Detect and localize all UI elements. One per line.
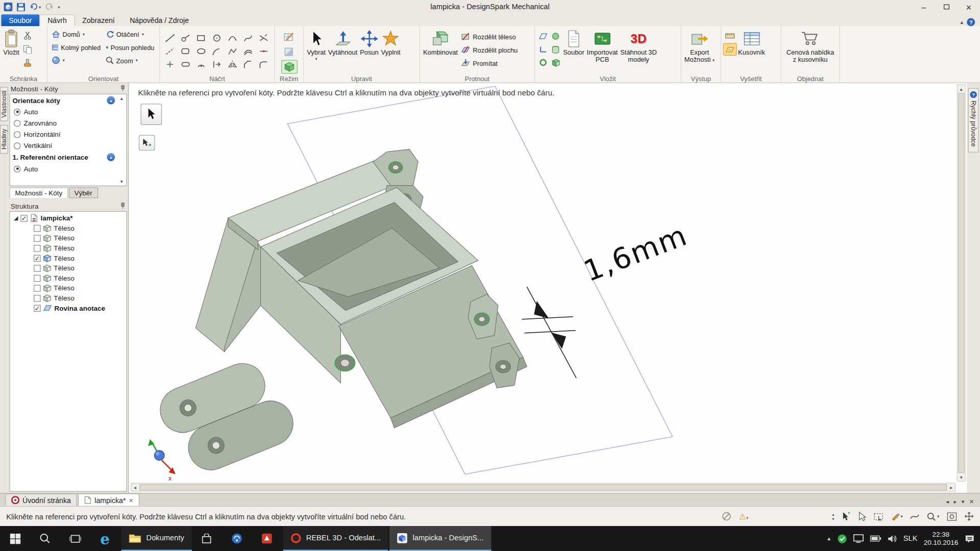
tree-item-teleso[interactable]: Těleso (10, 263, 127, 273)
scroll-right-icon[interactable]: ▸ (947, 484, 955, 491)
visibility-checkbox[interactable] (34, 224, 40, 231)
sketch-chamfer-button[interactable] (240, 58, 256, 71)
scroll-up-icon[interactable]: ▴ (120, 95, 123, 101)
tree-root[interactable]: ✓ lampicka* (10, 213, 127, 223)
edge-icon[interactable]: e (90, 526, 120, 551)
sketch-line-button[interactable] (162, 31, 178, 44)
spinner-control[interactable]: ▴▾ (832, 512, 834, 520)
sketch-fillet-button[interactable] (256, 58, 272, 71)
tab-rychly-pruvodce[interactable]: ? Rychlý průvodce (968, 88, 979, 153)
store-icon[interactable] (192, 526, 222, 551)
tab-vlastnosti[interactable]: Vlastnosti (0, 87, 8, 121)
visibility-checkbox[interactable]: ✓ (20, 215, 27, 221)
visibility-checkbox[interactable] (34, 265, 40, 271)
insert-file-button[interactable]: Soubor (562, 28, 585, 57)
tab-moznosti-koty[interactable]: Možnosti - Kóty (9, 187, 68, 198)
pin-icon[interactable] (120, 85, 126, 92)
taskbar-app-lampicka[interactable]: lampicka - DesignS... (389, 526, 491, 551)
tree-item-teleso[interactable]: Těleso (10, 293, 127, 303)
shaded-view-button[interactable]: ▾ (50, 54, 103, 67)
sketch-rounded-rectangle-button[interactable] (178, 44, 193, 58)
tab-napoveda[interactable]: Nápověda / Zdroje (122, 14, 196, 26)
sketch-mode-button[interactable] (281, 30, 297, 44)
options-scrollbar[interactable]: ▴ ▾ (117, 95, 126, 184)
visibility-checkbox[interactable] (34, 274, 40, 281)
sketch-ellipse-button[interactable] (193, 44, 209, 58)
sketch-polyline-button[interactable] (225, 44, 240, 58)
combine-button[interactable]: Kombinovat (422, 28, 459, 57)
move-button[interactable]: Posun (359, 28, 380, 57)
language-indicator[interactable]: SLK (903, 534, 918, 543)
doc-tab-lampicka[interactable]: lampicka* × (79, 493, 140, 506)
pointer-icon[interactable] (858, 512, 866, 521)
secondary-tool-float-button[interactable] (139, 135, 155, 151)
taskbar-app-dokumenty[interactable]: Dokumenty (121, 526, 192, 551)
scroll-down-icon[interactable]: ▾ (120, 179, 123, 184)
tab-scroll-left-icon[interactable]: ◂ (946, 498, 949, 505)
clock[interactable]: 22:38 20.10.2016 (924, 531, 958, 547)
blue-app-icon[interactable] (222, 526, 252, 551)
radio-ref-auto[interactable]: Auto (10, 163, 118, 174)
copy-button[interactable] (20, 43, 34, 55)
select-button[interactable]: Vybrat ▾ (306, 28, 327, 62)
bom-button[interactable]: Kusovník (737, 28, 767, 57)
scroll-left-icon[interactable]: ◂ (131, 484, 139, 491)
visibility-checkbox[interactable]: ✓ (34, 255, 40, 261)
tab-soubor[interactable]: Soubor (1, 14, 39, 26)
tree-item-teleso[interactable]: Těleso (10, 273, 127, 283)
insert-cylinder-button[interactable] (549, 43, 561, 55)
pin-icon[interactable] (120, 203, 126, 209)
red-app-icon[interactable] (252, 526, 282, 551)
tab-scroll-right-icon[interactable]: ▸ (953, 498, 957, 505)
pan-tool-icon[interactable] (964, 512, 973, 521)
format-painter-button[interactable] (20, 57, 34, 69)
spin-button[interactable]: Otáčení▾ (103, 28, 157, 41)
tab-list-icon[interactable]: ▾ (962, 498, 965, 505)
sketch-split-button[interactable] (256, 44, 272, 58)
minimize-button[interactable]: – (913, 1, 935, 14)
help-icon[interactable]: ? (967, 18, 975, 27)
volume-icon[interactable] (888, 535, 897, 543)
hidden-icons-chevron[interactable]: ▲ (826, 536, 831, 541)
action-center-icon[interactable] (964, 534, 975, 543)
curve-icon[interactable] (910, 513, 919, 520)
doc-tab-uvodni-stranka[interactable]: Úvodní stránka (5, 493, 77, 506)
antivirus-icon[interactable] (838, 534, 847, 543)
project-button[interactable]: Promítat (459, 56, 520, 69)
pull-button[interactable]: Vytáhnout (327, 28, 358, 57)
warnings-icon[interactable]: ⚠▾ (739, 512, 749, 521)
maximize-button[interactable] (935, 1, 958, 14)
annotation-plane-button[interactable] (723, 43, 737, 55)
model-viewport[interactable]: 1,6mm x Klikněte na referenci pro vytvoř… (129, 83, 967, 493)
solid-mode-button[interactable] (281, 60, 297, 74)
section-mode-button[interactable] (281, 45, 297, 59)
scrollbar-thumb[interactable] (139, 484, 947, 490)
customize-toolbar-button[interactable]: ▾ (58, 5, 60, 9)
redo-button[interactable] (45, 3, 54, 11)
tab-hladiny[interactable]: Hladiny (0, 125, 8, 154)
sketch-arc-button[interactable] (225, 31, 240, 44)
sketch-trim-button[interactable] (256, 31, 272, 44)
start-button[interactable] (0, 526, 30, 551)
save-button[interactable] (17, 3, 25, 11)
zoom-extents-icon[interactable] (947, 512, 957, 520)
search-icon[interactable] (30, 526, 60, 551)
sketch-mirror-button[interactable] (225, 58, 240, 71)
quote-from-bom-button[interactable]: Cenová nabídka z kusovníku (785, 28, 836, 64)
sketch-spline-button[interactable] (240, 31, 256, 44)
sketch-circle-button[interactable] (209, 31, 225, 44)
insert-box-button[interactable] (549, 56, 561, 68)
tree-item-teleso[interactable]: Těleso (10, 243, 127, 253)
visibility-checkbox[interactable]: ✓ (34, 305, 40, 311)
paste-button[interactable]: Vložit (2, 28, 21, 57)
fill-button[interactable]: Vyplnit (380, 28, 402, 57)
expander-icon[interactable] (14, 216, 18, 220)
sketch-rectangle-button[interactable] (193, 31, 209, 44)
download-3d-models-button[interactable]: 3D Stáhnout 3D modely (619, 28, 658, 64)
tree-item-teleso[interactable]: Těleso (10, 283, 127, 293)
import-pcb-button[interactable]: Importovat PCB (585, 28, 619, 64)
visibility-checkbox[interactable] (34, 244, 40, 251)
task-view-icon[interactable] (60, 526, 90, 551)
pan-view-button[interactable]: Posun pohledu (103, 41, 157, 54)
plan-view-button[interactable]: Kolmý pohled (50, 41, 103, 54)
